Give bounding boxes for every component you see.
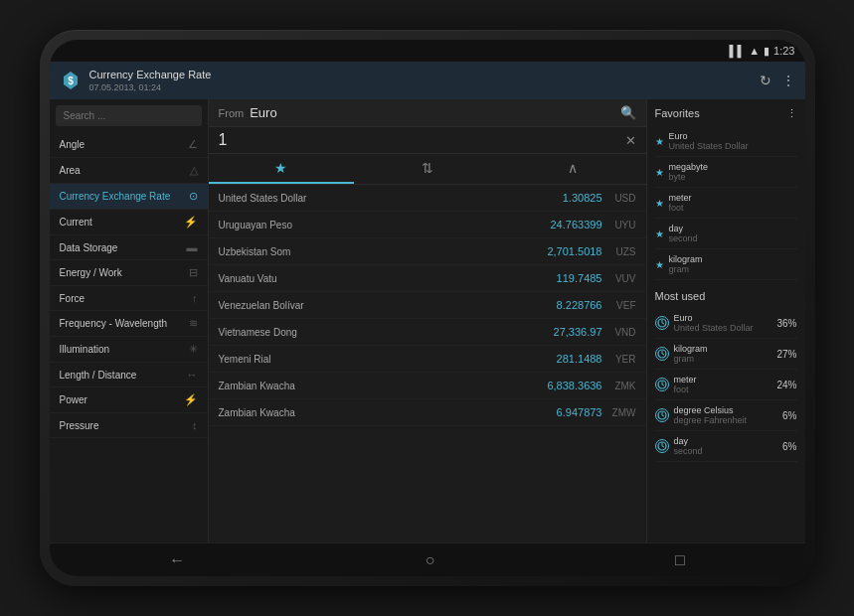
currency-row[interactable]: Yemeni Rial281.1488YER (209, 346, 646, 373)
clock-icon (655, 347, 669, 361)
most-used-from: day (674, 436, 778, 446)
currency-name: Uruguayan Peso (219, 220, 551, 231)
most-used-item[interactable]: degree Celsius degree Fahrenheit 6% (655, 400, 797, 431)
tab-swap[interactable]: ⇅ (354, 154, 500, 184)
sidebar-item[interactable]: Energy / Work⊟ (50, 260, 208, 286)
app-header: $ Currency Exchange Rate 07.05.2013, 01:… (50, 62, 805, 99)
sidebar-item-label: Energy / Work (60, 267, 189, 278)
svg-text:$: $ (68, 76, 74, 86)
currency-code: ZMW (608, 407, 636, 418)
status-bar: ▌▌ ▲ ▮ 1:23 (50, 40, 805, 62)
battery-icon: ▮ (764, 45, 769, 58)
search-input[interactable] (56, 105, 202, 126)
wifi-icon: ▲ (749, 45, 760, 57)
right-panel: Favorites ⋮ ★EuroUnited States Dollar★me… (646, 99, 805, 542)
sidebar-item[interactable]: Frequency - Wavelength≋ (50, 311, 208, 337)
sidebar-item[interactable]: Current⚡ (50, 210, 208, 235)
currency-row[interactable]: Zambian Kwacha6.947873ZMW (209, 399, 646, 426)
status-icons: ▌▌ ▲ ▮ 1:23 (730, 45, 795, 58)
sidebar-item-icon: ⊙ (189, 190, 198, 203)
most-used-from: meter (674, 375, 772, 385)
currency-value: 24.763399 (551, 219, 602, 231)
sidebar-item[interactable]: Data Storage▬ (50, 235, 208, 260)
fav-to: byte (669, 172, 709, 182)
currency-row[interactable]: Vietnamese Dong27,336.97VND (209, 319, 646, 346)
most-used-item[interactable]: meter foot 24% (655, 370, 797, 400)
center-panel: From 🔍 ✕ ★ ⇅ ∧ United States Dollar1.308… (209, 99, 646, 542)
sidebar-item-label: Currency Exchange Rate (60, 191, 189, 202)
fav-to: second (669, 233, 698, 243)
most-used-percent: 36% (776, 318, 796, 329)
sidebar-item-label: Length / Distance (60, 370, 187, 381)
favorite-item[interactable]: ★EuroUnited States Dollar (655, 126, 797, 157)
menu-button[interactable]: ⋮ (781, 73, 795, 88)
sidebar-item[interactable]: Length / Distance↔ (50, 363, 208, 387)
fav-to: United States Dollar (669, 141, 749, 151)
sidebar-item-icon: ⊟ (189, 266, 198, 279)
currency-name: Zambian Kwacha (219, 381, 548, 391)
sidebar-list: Angle∠Area△Currency Exchange Rate⊙Curren… (50, 132, 208, 542)
favorite-item[interactable]: ★kilogramgram (655, 249, 797, 280)
currency-value: 1.30825 (563, 192, 602, 204)
sidebar-item[interactable]: Pressure↕ (50, 413, 208, 438)
most-used-item[interactable]: kilogram gram 27% (655, 339, 797, 370)
sidebar-item-label: Frequency - Wavelength (60, 318, 189, 329)
amount-input[interactable] (219, 131, 625, 149)
sidebar-item[interactable]: Area△ (50, 158, 208, 184)
back-button[interactable]: ← (169, 551, 185, 569)
sidebar-item-icon: ≋ (189, 317, 198, 330)
tab-favorites[interactable]: ★ (209, 154, 355, 184)
star-icon: ★ (655, 167, 664, 178)
currency-row[interactable]: Zambian Kwacha6,838.3636ZMK (209, 373, 646, 399)
most-used-to: United States Dollar (674, 323, 772, 333)
currency-name: Yemeni Rial (219, 354, 557, 365)
home-button[interactable]: ○ (426, 551, 435, 569)
fav-to: foot (669, 203, 692, 213)
favorite-item[interactable]: ★daysecond (655, 219, 797, 249)
currency-row[interactable]: Uzbekistan Som2,701.5018UZS (209, 238, 646, 265)
currency-row[interactable]: United States Dollar1.30825USD (209, 185, 646, 212)
clock-icon (655, 378, 669, 391)
svg-line-7 (662, 354, 664, 355)
clock-icon (655, 316, 669, 330)
currency-name: Uzbekistan Som (219, 246, 548, 257)
from-currency-input[interactable] (250, 105, 613, 120)
currency-value: 6.947873 (557, 406, 602, 418)
app-title: Currency Exchange Rate (89, 69, 760, 81)
currency-search-button[interactable]: 🔍 (620, 105, 636, 120)
main-content: Angle∠Area△Currency Exchange Rate⊙Curren… (50, 99, 805, 542)
currency-name: Zambian Kwacha (219, 407, 557, 418)
sidebar-item[interactable]: Force↑ (50, 286, 208, 311)
most-used-list: Euro United States Dollar 36% kilogram g… (655, 308, 797, 462)
currency-code: UYU (608, 220, 636, 231)
favorites-menu-icon[interactable]: ⋮ (786, 107, 797, 120)
most-used-item[interactable]: day second 6% (655, 431, 797, 462)
most-used-item[interactable]: Euro United States Dollar 36% (655, 308, 797, 339)
sidebar-item[interactable]: Currency Exchange Rate⊙ (50, 184, 208, 210)
svg-line-16 (662, 446, 664, 447)
svg-line-4 (662, 323, 664, 324)
currency-value: 6,838.3636 (547, 380, 601, 391)
refresh-button[interactable]: ↻ (760, 73, 771, 88)
currency-code: UZS (608, 246, 636, 257)
currency-row[interactable]: Venezuelan Bolívar8.228766VEF (209, 292, 646, 319)
currency-code: VND (608, 327, 636, 338)
most-used-title: Most used (655, 290, 797, 302)
clock-icon (655, 408, 669, 422)
most-used-percent: 24% (776, 380, 796, 390)
sidebar-item[interactable]: Illumination✳ (50, 337, 208, 363)
signal-icon: ▌▌ (730, 45, 746, 57)
currency-row[interactable]: Vanuatu Vatu119.7485VUV (209, 265, 646, 292)
most-used-to: degree Fahrenheit (674, 415, 778, 425)
recent-button[interactable]: □ (675, 551, 685, 569)
clear-button[interactable]: ✕ (625, 133, 636, 148)
star-icon: ★ (655, 136, 664, 147)
fav-from: kilogram (669, 254, 703, 264)
sidebar-item[interactable]: Power⚡ (50, 387, 208, 413)
currency-row[interactable]: Uruguayan Peso24.763399UYU (209, 212, 646, 238)
sidebar-item[interactable]: Angle∠ (50, 132, 208, 158)
favorite-item[interactable]: ★meterfoot (655, 188, 797, 219)
favorite-item[interactable]: ★megabytebyte (655, 157, 797, 188)
sidebar-item-icon: △ (190, 164, 198, 177)
tab-more[interactable]: ∧ (500, 154, 646, 184)
